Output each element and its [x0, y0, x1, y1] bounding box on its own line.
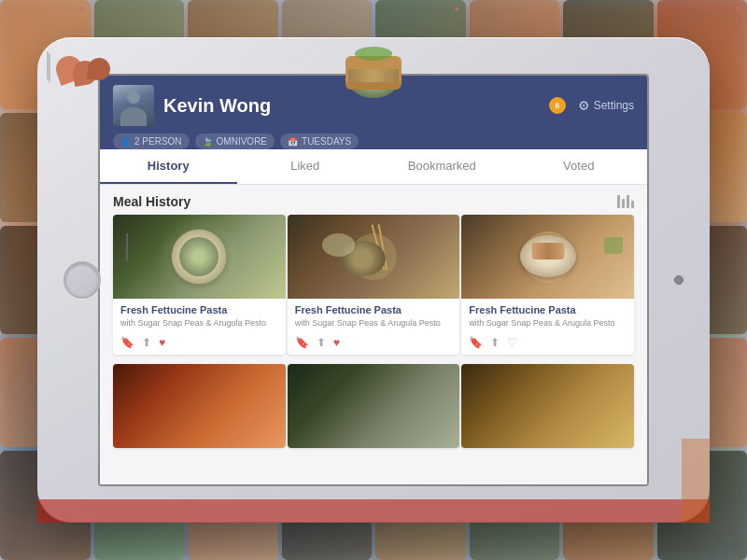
meal-actions-2: 🔖 ⬆ ♥: [288, 332, 460, 355]
tab-bookmarked-label: Bookmarked: [408, 159, 476, 173]
notification-icon[interactable]: 6: [546, 94, 569, 117]
grid-bar-3: [627, 195, 629, 208]
meal-info-2: Fresh Fettucine Pasta with Sugar Snap Pe…: [288, 299, 460, 332]
meal-image-1: [113, 215, 286, 299]
meal-image-bottom-3: [461, 364, 634, 448]
leaf-icon: 🍃: [203, 137, 213, 147]
tab-history-label: History: [148, 159, 190, 173]
meal-info-1: Fresh Fettucine Pasta with Sugar Snap Pe…: [113, 299, 286, 332]
heart-icon-3[interactable]: ♡: [507, 336, 517, 349]
share-icon-2[interactable]: ⬆: [317, 336, 326, 349]
grid-bar-2: [622, 199, 625, 208]
meal-card-1[interactable]: Fresh Fettucine Pasta with Sugar Snap Pe…: [113, 215, 286, 355]
tag-diet-label: OMNIVORE: [217, 136, 267, 147]
tag-schedule: 📅 TUESDAYS: [280, 133, 359, 149]
meal-grid-top: Fresh Fettucine Pasta with Sugar Snap Pe…: [100, 215, 647, 364]
bookmark-icon-3[interactable]: 🔖: [469, 336, 483, 349]
header-tags: 👤 2 PERSON 🍃 OMNIVORE 📅 TUESDAYS: [113, 133, 634, 149]
ipad-camera: [674, 275, 684, 285]
bookmark-icon-2[interactable]: 🔖: [295, 336, 309, 349]
section-header: Meal History: [100, 185, 647, 215]
heart-icon-2[interactable]: ♥: [333, 336, 340, 349]
meal-card-bottom-1[interactable]: [113, 364, 286, 448]
meal-subtitle-3: with Sugar Snap Peas & Arugula Pesto: [469, 318, 627, 329]
grid-toggle[interactable]: [617, 195, 634, 208]
tab-liked[interactable]: Liked: [237, 149, 374, 184]
meal-subtitle-2: with Sugar Snap Peas & Arugula Pesto: [295, 318, 453, 329]
settings-button[interactable]: ⚙ Settings: [578, 98, 634, 113]
bookmark-icon-1[interactable]: 🔖: [120, 336, 134, 349]
tag-person-label: 2 PERSON: [134, 136, 182, 147]
meal-actions-3: 🔖 ⬆ ♡: [461, 332, 634, 355]
tab-voted-label: Voted: [563, 159, 594, 173]
tab-voted[interactable]: Voted: [511, 149, 648, 184]
ipad-home-button[interactable]: [63, 261, 101, 299]
meal-image-bottom-2: [288, 364, 460, 448]
tab-history[interactable]: History: [100, 149, 237, 184]
meal-subtitle-1: with Sugar Snap Peas & Arugula Pesto: [120, 318, 278, 329]
meal-name-1: Fresh Fettucine Pasta: [120, 304, 278, 316]
share-icon-3[interactable]: ⬆: [490, 336, 500, 349]
nav-tabs: History Liked Bookmarked Voted: [100, 149, 647, 185]
meal-image-3: [461, 215, 634, 299]
settings-label: Settings: [594, 99, 634, 112]
ipad-frame: Kevin Wong 6 ⚙ Settings: [37, 37, 710, 523]
meal-info-3: Fresh Fettucine Pasta with Sugar Snap Pe…: [461, 299, 634, 332]
meal-actions-1: 🔖 ⬆ ♥: [113, 332, 286, 355]
meal-name-2: Fresh Fettucine Pasta: [295, 304, 453, 316]
person-icon: 👤: [120, 137, 131, 147]
grid-bar-1: [617, 195, 620, 208]
meal-image-2: [288, 215, 460, 299]
notification-count: 6: [555, 101, 559, 110]
share-icon-1[interactable]: ⬆: [142, 336, 151, 349]
main-content: Meal History: [100, 185, 647, 484]
meal-card-3[interactable]: Fresh Fettucine Pasta with Sugar Snap Pe…: [461, 215, 634, 355]
header-right: 6 ⚙ Settings: [546, 94, 634, 117]
tag-person: 👤 2 PERSON: [113, 133, 190, 149]
ipad-screen: Kevin Wong 6 ⚙ Settings: [98, 74, 649, 486]
tag-schedule-label: TUESDAYS: [302, 136, 351, 147]
meal-grid-bottom: [100, 364, 647, 457]
settings-icon: ⚙: [578, 98, 590, 113]
app-content: Kevin Wong 6 ⚙ Settings: [100, 76, 647, 484]
tab-bookmarked[interactable]: Bookmarked: [374, 149, 511, 184]
meal-card-bottom-3[interactable]: [461, 364, 634, 448]
user-name: Kevin Wong: [163, 95, 546, 117]
avatar: [113, 85, 154, 126]
avatar-image: [113, 85, 154, 126]
meal-name-3: Fresh Fettucine Pasta: [469, 304, 627, 316]
tag-diet: 🍃 OMNIVORE: [195, 133, 275, 149]
heart-icon-1[interactable]: ♥: [159, 336, 165, 349]
notification-badge[interactable]: 6: [549, 97, 566, 114]
grid-bar-4: [631, 201, 634, 208]
meal-image-bottom-1: [113, 364, 286, 448]
calendar-icon: 📅: [288, 137, 298, 147]
section-title: Meal History: [113, 194, 190, 209]
meal-card-bottom-2[interactable]: [288, 364, 460, 448]
tab-liked-label: Liked: [290, 159, 319, 173]
meal-card-2[interactable]: Fresh Fettucine Pasta with Sugar Snap Pe…: [288, 215, 460, 355]
